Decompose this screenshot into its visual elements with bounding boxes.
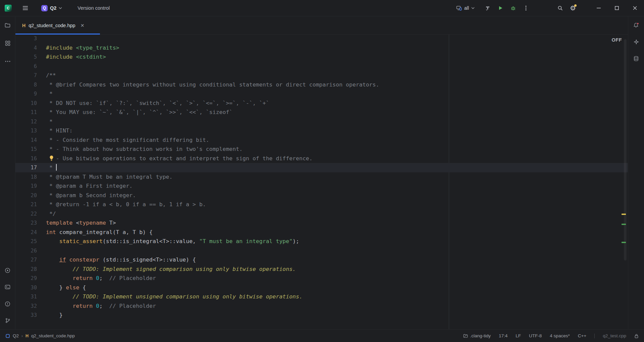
line-number[interactable]: 16: [15, 154, 37, 164]
code-line-10[interactable]: 10 * DO NOT use: `if`, `?:`, `switch`, `…: [15, 99, 628, 108]
ai-assistant-button[interactable]: [632, 37, 641, 47]
line-number[interactable]: 13: [15, 126, 37, 136]
line-number[interactable]: 14: [15, 136, 37, 145]
search-everywhere-button[interactable]: [555, 3, 566, 13]
code-lines[interactable]: 34#include <type_traits>5#include <cstdi…: [15, 35, 628, 320]
line-number[interactable]: 27: [15, 255, 37, 265]
code-line-24[interactable]: 24int compare_integral(T a, T b) {: [15, 228, 628, 237]
code-line-32[interactable]: 32 return 0; // Placeholder: [15, 301, 628, 311]
code-line-11[interactable]: 11 * You MAY use: `~`, `&`, `|`, `^`, `>…: [15, 108, 628, 117]
code-line-15[interactable]: 15 * - Think about how subtraction works…: [15, 145, 628, 154]
run-tool-window-button[interactable]: [3, 266, 12, 275]
readonly-toggle[interactable]: [634, 334, 639, 338]
code-line-4[interactable]: 4#include <type_traits>: [15, 43, 628, 53]
code-line-7[interactable]: 7/**: [15, 71, 628, 80]
line-number[interactable]: 6: [15, 62, 37, 71]
line-number[interactable]: 17: [15, 163, 37, 173]
code-editor[interactable]: 34#include <type_traits>5#include <cstdi…: [15, 35, 628, 329]
more-tool-windows-button[interactable]: [3, 57, 12, 66]
code-line-31[interactable]: 31 // TODO: Implement unsigned compariso…: [15, 292, 628, 301]
database-button[interactable]: [632, 54, 641, 63]
code-line-5[interactable]: 5#include <cstdint>: [15, 52, 628, 62]
code-line-20[interactable]: 20 * @param b Second integer.: [15, 191, 628, 200]
breadcrumb-file[interactable]: q2_student_code.hpp: [31, 333, 75, 338]
line-number[interactable]: 5: [15, 53, 37, 62]
code-line-14[interactable]: 14 * - Consider the most significant dif…: [15, 135, 628, 145]
stripe-mark-warning[interactable]: [622, 214, 626, 215]
line-number[interactable]: 29: [15, 274, 37, 283]
encoding-widget[interactable]: UTF-8: [529, 333, 542, 338]
build-button[interactable]: [482, 3, 493, 13]
code-line-23[interactable]: 23template <typename T>: [15, 218, 628, 228]
minimize-button[interactable]: [590, 0, 608, 16]
code-line-26[interactable]: 26: [15, 246, 628, 255]
code-line-12[interactable]: 12 *: [15, 117, 628, 126]
stripe-mark-ok[interactable]: [622, 242, 626, 243]
structure-tool-window-button[interactable]: [3, 39, 12, 48]
line-number[interactable]: 20: [15, 191, 37, 201]
line-number[interactable]: 32: [15, 302, 37, 311]
project-widget[interactable]: Q Q2: [39, 4, 65, 13]
notifications-button[interactable]: [632, 20, 641, 30]
line-number[interactable]: 8: [15, 80, 37, 90]
language-widget[interactable]: C++: [578, 333, 587, 338]
tab-q2-student-code[interactable]: H q2_student_code.hpp ✕: [15, 16, 100, 34]
project-tool-window-button[interactable]: [3, 20, 12, 30]
version-control-menu[interactable]: Version control: [77, 3, 110, 13]
code-line-21[interactable]: 21 * @return -1 if a < b, 0 if a == b, 1…: [15, 200, 628, 209]
tab-close-button[interactable]: ✕: [80, 23, 85, 28]
line-number[interactable]: 9: [15, 90, 37, 99]
code-line-9[interactable]: 9 *: [15, 89, 628, 99]
line-number[interactable]: 31: [15, 292, 37, 302]
problems-tool-window-button[interactable]: [3, 299, 12, 308]
code-line-16[interactable]: 16 * - Use bitwise operations to extract…: [15, 154, 628, 163]
caret-position-widget[interactable]: 17:4: [499, 333, 507, 338]
line-number[interactable]: 21: [15, 200, 37, 210]
code-line-13[interactable]: 13 * HINT:: [15, 126, 628, 135]
git-tool-window-button[interactable]: [3, 316, 12, 325]
code-line-27[interactable]: 27 if constexpr (std::is_signed<T>::valu…: [15, 255, 628, 265]
resolve-context-widget[interactable]: q2_test.cpp: [603, 333, 626, 338]
clang-tidy-widget[interactable]: .clang-tidy: [463, 333, 491, 338]
run-config-selector[interactable]: all: [453, 4, 478, 12]
code-line-22[interactable]: 22 */: [15, 209, 628, 219]
line-number[interactable]: 10: [15, 99, 37, 108]
hints-off-badge[interactable]: OFF: [612, 37, 622, 43]
line-number[interactable]: 7: [15, 71, 37, 80]
intention-bulb[interactable]: [48, 155, 55, 162]
line-number[interactable]: 15: [15, 145, 37, 154]
indent-widget[interactable]: 4 spaces*: [550, 333, 570, 338]
line-number[interactable]: 28: [15, 265, 37, 274]
debug-button[interactable]: [508, 3, 519, 13]
line-number[interactable]: 4: [15, 44, 37, 53]
line-number[interactable]: 11: [15, 108, 37, 117]
stripe-mark-ok[interactable]: [622, 224, 626, 225]
code-line-28[interactable]: 28 // TODO: Implement signed comparison …: [15, 265, 628, 274]
code-line-29[interactable]: 29 return 0; // Placeholder: [15, 274, 628, 283]
code-line-8[interactable]: 8 * @brief Compares two integers without…: [15, 80, 628, 90]
code-line-19[interactable]: 19 * @param a First integer.: [15, 181, 628, 191]
code-line-18[interactable]: 18 * @tparam T Must be an integral type.: [15, 172, 628, 182]
line-number[interactable]: 19: [15, 182, 37, 191]
line-number[interactable]: 12: [15, 117, 37, 127]
run-button[interactable]: [495, 3, 506, 13]
more-actions-button[interactable]: [521, 3, 531, 13]
line-number[interactable]: 30: [15, 283, 37, 293]
line-number[interactable]: 3: [15, 35, 37, 44]
close-window-button[interactable]: [626, 0, 644, 16]
main-menu-button[interactable]: [20, 3, 31, 13]
line-number[interactable]: 24: [15, 228, 37, 237]
line-number[interactable]: 18: [15, 173, 37, 182]
code-line-17[interactable]: 17 *: [15, 163, 628, 172]
code-line-3[interactable]: 3: [15, 35, 628, 43]
code-line-6[interactable]: 6: [15, 62, 628, 71]
line-separator-widget[interactable]: LF: [516, 333, 521, 338]
code-line-30[interactable]: 30 } else {: [15, 283, 628, 292]
line-number[interactable]: 23: [15, 219, 37, 228]
code-line-33[interactable]: 33 }: [15, 310, 628, 320]
maximize-button[interactable]: [608, 0, 626, 16]
line-number[interactable]: 33: [15, 311, 37, 320]
code-line-25[interactable]: 25 static_assert(std::is_integral<T>::va…: [15, 237, 628, 246]
editor-scrollbar[interactable]: [624, 39, 627, 261]
line-number[interactable]: 22: [15, 210, 37, 219]
